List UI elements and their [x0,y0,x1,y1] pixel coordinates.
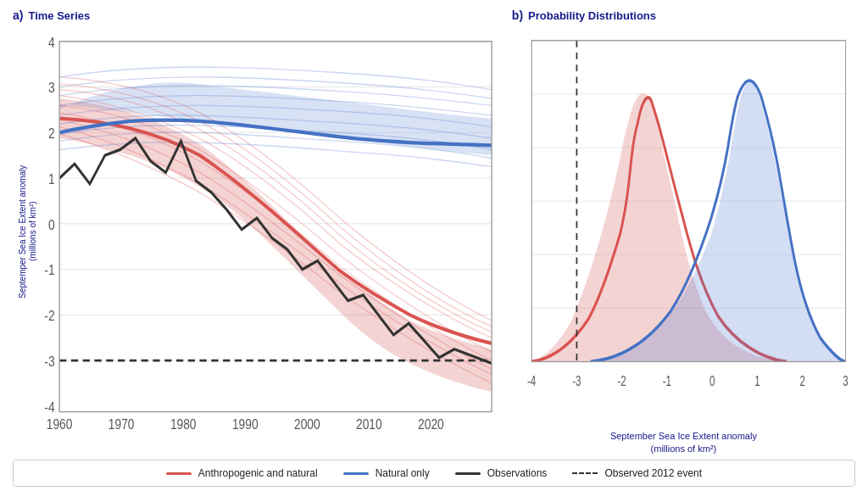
legend-label-anthropogenic: Anthropogenic and natural [198,467,318,479]
svg-text:2010: 2010 [356,416,382,432]
svg-text:-1: -1 [663,373,672,388]
legend-label-observations: Observations [487,467,548,479]
svg-text:-1: -1 [44,262,54,278]
svg-text:-3: -3 [44,354,54,370]
svg-text:2000: 2000 [294,416,320,432]
legend-line-dashed-2012 [572,472,598,474]
legend-item-anthropogenic: Anthropogenic and natural [166,467,318,479]
panel-a-svg-wrap: 4 3 2 1 0 -1 -2 -3 -4 [13,27,504,455]
panel-a-header: a) Time Series [13,8,504,24]
svg-text:-3: -3 [572,373,581,388]
panel-a-inner: Septemper Sea Ice Extent anomaly(million… [13,27,504,455]
svg-text:2: 2 [799,373,804,388]
svg-text:4: 4 [48,34,55,50]
svg-text:3: 3 [48,80,55,96]
svg-text:2: 2 [48,126,55,142]
svg-text:-4: -4 [527,373,537,388]
panel-b: b) Probability Distributions [512,8,855,455]
panel-b-svg-wrap: -4 -3 -2 -1 0 1 2 3 [512,27,855,428]
panel-b-xlabel: September Sea Ice Extent anomaly(million… [512,430,855,455]
svg-text:1980: 1980 [170,416,197,432]
svg-text:0: 0 [48,216,55,232]
svg-text:1970: 1970 [108,416,135,432]
svg-text:-4: -4 [44,399,55,415]
legend-line-natural [343,472,369,475]
charts-row: a) Time Series Septemper Sea Ice Extent … [13,8,855,455]
main-container: a) Time Series Septemper Sea Ice Extent … [0,0,868,491]
legend-line-observations [455,472,481,475]
legend-item-observations: Observations [455,467,548,479]
panel-b-svg: -4 -3 -2 -1 0 1 2 3 [512,27,855,428]
panel-a-svg: 4 3 2 1 0 -1 -2 -3 -4 [13,27,504,455]
panel-a: a) Time Series Septemper Sea Ice Extent … [13,8,504,455]
legend-container: Anthropogenic and natural Natural only O… [13,460,855,487]
svg-text:1: 1 [48,170,55,187]
svg-text:-2: -2 [617,373,626,388]
svg-text:0: 0 [709,373,715,388]
svg-text:3: 3 [843,373,849,388]
svg-text:1990: 1990 [232,416,259,432]
legend-line-anthropogenic [166,472,192,475]
svg-text:2020: 2020 [418,416,444,432]
panel-b-title: Probability Distributions [528,9,656,22]
svg-text:1960: 1960 [47,416,73,432]
panel-b-label: b) [512,8,523,22]
legend-item-2012: Observed 2012 event [572,467,702,479]
svg-text:-2: -2 [44,308,54,324]
legend-item-natural: Natural only [343,467,430,479]
legend-label-2012: Observed 2012 event [604,467,702,479]
panel-b-inner: -4 -3 -2 -1 0 1 2 3 [512,27,855,428]
legend-label-natural: Natural only [376,467,430,479]
panel-b-header: b) Probability Distributions [512,8,855,24]
svg-text:1: 1 [754,373,760,388]
